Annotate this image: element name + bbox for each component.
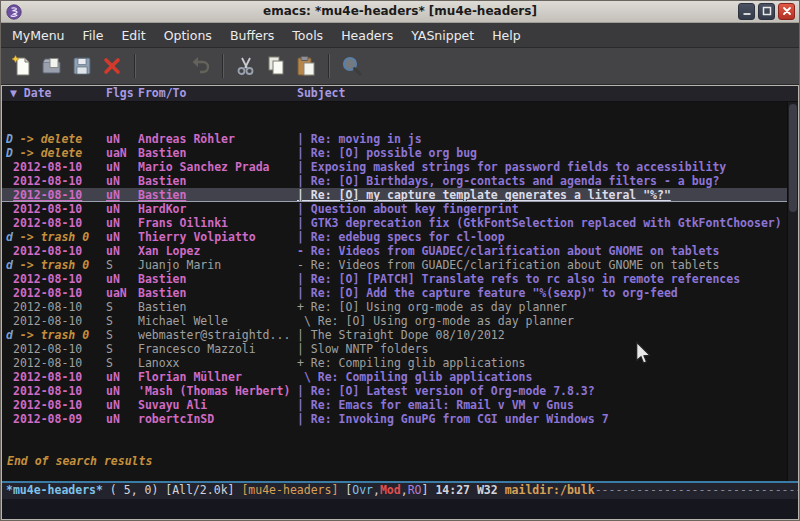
menu-item-headers[interactable]: Headers (332, 25, 402, 46)
window-close-button[interactable] (778, 3, 795, 20)
message-date-cell: 2012-08-09 (6, 412, 106, 426)
message-from-cell: webmaster@straightd... (138, 328, 297, 342)
message-row[interactable]: d -> trash 0SJuanjo Marin- Re: Videos fr… (2, 258, 787, 272)
menu-item-yasnippet[interactable]: YASnippet (402, 25, 483, 46)
message-subject-cell: + Re: Compiling glib applications (297, 356, 787, 370)
column-header-flags[interactable]: Flgs (106, 86, 138, 101)
menu-item-mymenu[interactable]: MyMenu (3, 25, 74, 46)
message-row[interactable]: 2012-08-10uNBastien| Re: [O] Birthdays, … (2, 174, 787, 188)
mark-action: -> trash 0 (13, 230, 89, 244)
column-header-date[interactable]: ▼ Date (6, 86, 106, 101)
toolbar-search-button[interactable] (337, 51, 367, 81)
message-date: 2012-08-10 (6, 342, 82, 356)
column-header-from[interactable]: From/To (138, 86, 297, 101)
window-maximize-button[interactable] (758, 3, 775, 20)
message-row[interactable]: d -> trash 0uNThierry Volpiatto| Re: ede… (2, 230, 787, 244)
message-subject-cell: + Re: [O] Using org-mode as day planner (297, 300, 787, 314)
message-date: 2012-08-10 (6, 188, 82, 201)
message-flags-cell: uN (106, 412, 138, 426)
window-minimize-button[interactable] (738, 3, 755, 20)
message-row[interactable]: 2012-08-10SLanoxx+ Re: Compiling glib ap… (2, 356, 787, 370)
menu-item-file[interactable]: File (74, 25, 113, 46)
message-row[interactable]: 2012-08-10uNFlorian Müllner \ Re: Compil… (2, 370, 787, 384)
message-row[interactable]: 2012-08-10uNFrans Oilinki| GTK3 deprecat… (2, 216, 787, 230)
menu-item-options[interactable]: Options (155, 25, 221, 46)
message-row[interactable]: 2012-08-10uaNBastien| Re: [O] Add the ca… (2, 286, 787, 300)
scrollbar[interactable] (787, 102, 798, 481)
message-row[interactable]: 2012-08-09uNrobertcInSD| Re: Invoking Gn… (2, 412, 787, 426)
message-flags-cell: uN (106, 230, 138, 244)
echo-area[interactable] (2, 499, 798, 519)
message-from-cell: Juanjo Marin (138, 258, 297, 272)
modeline-segment-minor: [mu4e-headers] (241, 483, 338, 497)
message-flags-cell: S (106, 356, 138, 370)
message-row[interactable]: 2012-08-10uNBastien| Re: [O] my capture … (2, 188, 787, 202)
message-flags-cell: uN (106, 160, 138, 174)
message-row[interactable]: D -> deleteuNAndreas Röhler| Re: moving … (2, 132, 787, 146)
message-subject: | Exposing masked strings for password f… (297, 160, 726, 174)
message-from-cell: Andreas Röhler (138, 132, 297, 146)
message-subject: | Slow NNTP folders (297, 342, 429, 356)
message-flags-cell: uaN (106, 146, 138, 160)
message-subject-cell: | Re: [O] Add the capture feature "%(sex… (297, 286, 787, 300)
message-row[interactable]: 2012-08-10SBastien+ Re: [O] Using org-mo… (2, 300, 787, 314)
mark-action: -> delete (13, 132, 82, 146)
message-row[interactable]: 2012-08-10SFrancesco Mazzoli| Slow NNTP … (2, 342, 787, 356)
message-subject: | Re: [O] [PATCH] Translate refs to rc a… (297, 272, 740, 286)
message-row[interactable]: 2012-08-10uNSuvayu Ali| Re: Emacs for em… (2, 398, 787, 412)
message-from: HardKor (138, 202, 186, 216)
message-from-cell: Bastien (138, 300, 297, 314)
menu-item-help[interactable]: Help (483, 25, 530, 46)
message-date: 2012-08-10 (6, 314, 82, 328)
message-row[interactable]: 2012-08-10uNMario Sanchez Prada| Exposin… (2, 160, 787, 174)
emacs-frame: ▼ Date Flgs From/To Subject D -> deleteu… (1, 85, 799, 520)
titlebar[interactable]: emacs: *mu4e-headers* [mu4e-headers] (1, 1, 799, 23)
message-row[interactable]: D -> deleteuaNBastien| Re: [O] possible … (2, 146, 787, 160)
message-row[interactable]: 2012-08-10uNHardKor| Question about key … (2, 202, 787, 216)
toolbar-new-file-button[interactable] (7, 51, 37, 81)
save-icon (70, 54, 94, 78)
toolbar-close-button[interactable] (97, 51, 127, 81)
message-date: 2012-08-10 (6, 216, 82, 230)
modeline-segment-ro: RO (408, 483, 422, 497)
message-subject-cell: | Re: [O] my capture template generates … (297, 188, 787, 201)
message-subject-cell: | Re: [O] Birthdays, org-contacts and ag… (297, 174, 787, 188)
toolbar-paste-button[interactable] (291, 51, 321, 81)
scrollbar-thumb[interactable] (789, 104, 797, 212)
message-flags-cell: S (106, 328, 138, 342)
column-header-subject[interactable]: Subject (297, 86, 798, 101)
toolbar-copy-button[interactable] (261, 51, 291, 81)
toolbar-open-file-button[interactable] (37, 51, 67, 81)
toolbar-undo-button[interactable] (185, 51, 215, 81)
message-from: robertcInSD (138, 412, 214, 426)
message-flags: uN (106, 174, 120, 188)
message-date-cell: 2012-08-10 (6, 370, 106, 384)
message-flags: uN (106, 160, 120, 174)
message-flags-cell: uN (106, 384, 138, 398)
message-flags: uN (106, 412, 120, 426)
message-from-cell: Michael Welle (138, 314, 297, 328)
message-flags-cell: S (106, 314, 138, 328)
toolbar-save-button[interactable] (67, 51, 97, 81)
toolbar-cut-button[interactable] (231, 51, 261, 81)
message-row[interactable]: 2012-08-10uN'Mash (Thomas Herbert)| Re: … (2, 384, 787, 398)
message-date-cell: 2012-08-10 (6, 342, 106, 356)
modeline-segment-minor-bold: maildir:/bulk (505, 483, 595, 497)
menu-item-edit[interactable]: Edit (112, 25, 154, 46)
mark-action: -> trash 0 (13, 328, 89, 342)
modeline-segment-plain: ] (422, 483, 436, 497)
message-flags-cell: S (106, 300, 138, 314)
menu-item-tools[interactable]: Tools (283, 25, 332, 46)
menu-item-buffers[interactable]: Buffers (221, 25, 283, 46)
close-icon (782, 4, 792, 19)
message-row[interactable]: 2012-08-10SMichael Welle \ Re: [O] Using… (2, 314, 787, 328)
message-date-cell: D -> delete (6, 132, 106, 146)
maximize-icon (762, 4, 772, 19)
message-row[interactable]: 2012-08-10uNXan Lopez- Re: Videos from G… (2, 244, 787, 258)
message-date-cell: d -> trash 0 (6, 258, 106, 272)
message-date-cell: 2012-08-10 (6, 286, 106, 300)
message-row[interactable]: d -> trash 0Swebmaster@straightd...| The… (2, 328, 787, 342)
message-date: 2012-08-10 (6, 272, 82, 286)
message-flags: uN (106, 398, 120, 412)
message-row[interactable]: 2012-08-10uNBastien| Re: [O] [PATCH] Tra… (2, 272, 787, 286)
